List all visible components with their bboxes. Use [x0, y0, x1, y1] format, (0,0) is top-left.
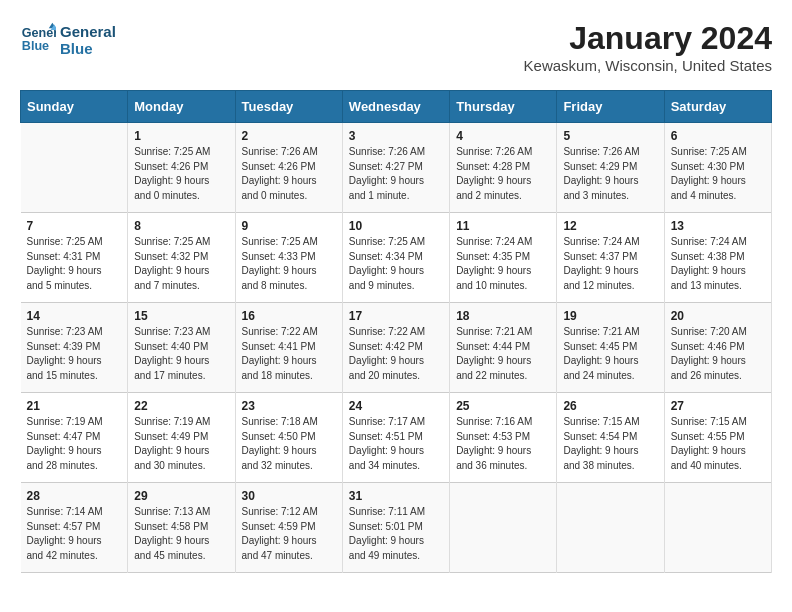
day-info: Sunrise: 7:25 AMSunset: 4:34 PMDaylight:… — [349, 235, 443, 293]
calendar-cell — [450, 483, 557, 573]
day-info: Sunrise: 7:25 AMSunset: 4:32 PMDaylight:… — [134, 235, 228, 293]
calendar-cell: 9Sunrise: 7:25 AMSunset: 4:33 PMDaylight… — [235, 213, 342, 303]
calendar-cell: 29Sunrise: 7:13 AMSunset: 4:58 PMDayligh… — [128, 483, 235, 573]
calendar-cell: 7Sunrise: 7:25 AMSunset: 4:31 PMDaylight… — [21, 213, 128, 303]
day-info: Sunrise: 7:18 AMSunset: 4:50 PMDaylight:… — [242, 415, 336, 473]
calendar-cell: 6Sunrise: 7:25 AMSunset: 4:30 PMDaylight… — [664, 123, 771, 213]
day-number: 17 — [349, 309, 443, 323]
calendar-cell: 1Sunrise: 7:25 AMSunset: 4:26 PMDaylight… — [128, 123, 235, 213]
day-number: 7 — [27, 219, 122, 233]
logo: General Blue General Blue — [20, 20, 116, 57]
day-number: 24 — [349, 399, 443, 413]
calendar-cell: 8Sunrise: 7:25 AMSunset: 4:32 PMDaylight… — [128, 213, 235, 303]
calendar-cell: 13Sunrise: 7:24 AMSunset: 4:38 PMDayligh… — [664, 213, 771, 303]
day-info: Sunrise: 7:15 AMSunset: 4:54 PMDaylight:… — [563, 415, 657, 473]
day-number: 6 — [671, 129, 765, 143]
calendar-cell: 22Sunrise: 7:19 AMSunset: 4:49 PMDayligh… — [128, 393, 235, 483]
day-info: Sunrise: 7:14 AMSunset: 4:57 PMDaylight:… — [27, 505, 122, 563]
svg-text:Blue: Blue — [22, 38, 49, 52]
logo-text-general: General — [60, 24, 116, 41]
calendar-week-3: 14Sunrise: 7:23 AMSunset: 4:39 PMDayligh… — [21, 303, 772, 393]
calendar-cell: 18Sunrise: 7:21 AMSunset: 4:44 PMDayligh… — [450, 303, 557, 393]
calendar-week-4: 21Sunrise: 7:19 AMSunset: 4:47 PMDayligh… — [21, 393, 772, 483]
day-number: 2 — [242, 129, 336, 143]
day-info: Sunrise: 7:20 AMSunset: 4:46 PMDaylight:… — [671, 325, 765, 383]
calendar-cell: 30Sunrise: 7:12 AMSunset: 4:59 PMDayligh… — [235, 483, 342, 573]
day-info: Sunrise: 7:19 AMSunset: 4:49 PMDaylight:… — [134, 415, 228, 473]
day-info: Sunrise: 7:19 AMSunset: 4:47 PMDaylight:… — [27, 415, 122, 473]
day-number: 5 — [563, 129, 657, 143]
day-number: 22 — [134, 399, 228, 413]
day-number: 31 — [349, 489, 443, 503]
title-block: January 2024 Kewaskum, Wisconsin, United… — [524, 20, 772, 74]
day-info: Sunrise: 7:12 AMSunset: 4:59 PMDaylight:… — [242, 505, 336, 563]
day-info: Sunrise: 7:26 AMSunset: 4:29 PMDaylight:… — [563, 145, 657, 203]
day-info: Sunrise: 7:25 AMSunset: 4:30 PMDaylight:… — [671, 145, 765, 203]
day-number: 25 — [456, 399, 550, 413]
day-number: 29 — [134, 489, 228, 503]
day-number: 30 — [242, 489, 336, 503]
day-number: 10 — [349, 219, 443, 233]
calendar-cell: 28Sunrise: 7:14 AMSunset: 4:57 PMDayligh… — [21, 483, 128, 573]
day-info: Sunrise: 7:15 AMSunset: 4:55 PMDaylight:… — [671, 415, 765, 473]
day-number: 4 — [456, 129, 550, 143]
calendar-cell — [557, 483, 664, 573]
header-tuesday: Tuesday — [235, 91, 342, 123]
day-info: Sunrise: 7:25 AMSunset: 4:33 PMDaylight:… — [242, 235, 336, 293]
day-number: 23 — [242, 399, 336, 413]
calendar-cell: 20Sunrise: 7:20 AMSunset: 4:46 PMDayligh… — [664, 303, 771, 393]
calendar-cell: 19Sunrise: 7:21 AMSunset: 4:45 PMDayligh… — [557, 303, 664, 393]
calendar-week-2: 7Sunrise: 7:25 AMSunset: 4:31 PMDaylight… — [21, 213, 772, 303]
day-number: 26 — [563, 399, 657, 413]
calendar-cell: 10Sunrise: 7:25 AMSunset: 4:34 PMDayligh… — [342, 213, 449, 303]
day-number: 21 — [27, 399, 122, 413]
day-info: Sunrise: 7:26 AMSunset: 4:28 PMDaylight:… — [456, 145, 550, 203]
day-number: 18 — [456, 309, 550, 323]
calendar-cell — [21, 123, 128, 213]
calendar-cell — [664, 483, 771, 573]
calendar-cell: 26Sunrise: 7:15 AMSunset: 4:54 PMDayligh… — [557, 393, 664, 483]
day-info: Sunrise: 7:16 AMSunset: 4:53 PMDaylight:… — [456, 415, 550, 473]
day-info: Sunrise: 7:26 AMSunset: 4:26 PMDaylight:… — [242, 145, 336, 203]
calendar-cell: 11Sunrise: 7:24 AMSunset: 4:35 PMDayligh… — [450, 213, 557, 303]
day-number: 28 — [27, 489, 122, 503]
main-title: January 2024 — [524, 20, 772, 57]
day-number: 13 — [671, 219, 765, 233]
logo-icon: General Blue — [20, 21, 56, 57]
calendar-cell: 27Sunrise: 7:15 AMSunset: 4:55 PMDayligh… — [664, 393, 771, 483]
calendar-cell: 12Sunrise: 7:24 AMSunset: 4:37 PMDayligh… — [557, 213, 664, 303]
day-info: Sunrise: 7:25 AMSunset: 4:31 PMDaylight:… — [27, 235, 122, 293]
day-info: Sunrise: 7:26 AMSunset: 4:27 PMDaylight:… — [349, 145, 443, 203]
day-info: Sunrise: 7:21 AMSunset: 4:45 PMDaylight:… — [563, 325, 657, 383]
day-info: Sunrise: 7:25 AMSunset: 4:26 PMDaylight:… — [134, 145, 228, 203]
calendar-table: SundayMondayTuesdayWednesdayThursdayFrid… — [20, 90, 772, 573]
day-info: Sunrise: 7:22 AMSunset: 4:42 PMDaylight:… — [349, 325, 443, 383]
day-info: Sunrise: 7:22 AMSunset: 4:41 PMDaylight:… — [242, 325, 336, 383]
calendar-cell: 24Sunrise: 7:17 AMSunset: 4:51 PMDayligh… — [342, 393, 449, 483]
calendar-week-5: 28Sunrise: 7:14 AMSunset: 4:57 PMDayligh… — [21, 483, 772, 573]
calendar-cell: 14Sunrise: 7:23 AMSunset: 4:39 PMDayligh… — [21, 303, 128, 393]
calendar-cell: 25Sunrise: 7:16 AMSunset: 4:53 PMDayligh… — [450, 393, 557, 483]
calendar-week-1: 1Sunrise: 7:25 AMSunset: 4:26 PMDaylight… — [21, 123, 772, 213]
day-info: Sunrise: 7:24 AMSunset: 4:35 PMDaylight:… — [456, 235, 550, 293]
header-friday: Friday — [557, 91, 664, 123]
day-info: Sunrise: 7:23 AMSunset: 4:40 PMDaylight:… — [134, 325, 228, 383]
calendar-cell: 15Sunrise: 7:23 AMSunset: 4:40 PMDayligh… — [128, 303, 235, 393]
day-number: 8 — [134, 219, 228, 233]
day-info: Sunrise: 7:17 AMSunset: 4:51 PMDaylight:… — [349, 415, 443, 473]
header-saturday: Saturday — [664, 91, 771, 123]
header-thursday: Thursday — [450, 91, 557, 123]
day-number: 11 — [456, 219, 550, 233]
day-info: Sunrise: 7:13 AMSunset: 4:58 PMDaylight:… — [134, 505, 228, 563]
calendar-cell: 16Sunrise: 7:22 AMSunset: 4:41 PMDayligh… — [235, 303, 342, 393]
day-number: 27 — [671, 399, 765, 413]
calendar-cell: 5Sunrise: 7:26 AMSunset: 4:29 PMDaylight… — [557, 123, 664, 213]
day-number: 16 — [242, 309, 336, 323]
day-number: 15 — [134, 309, 228, 323]
calendar-cell: 31Sunrise: 7:11 AMSunset: 5:01 PMDayligh… — [342, 483, 449, 573]
day-number: 12 — [563, 219, 657, 233]
day-number: 14 — [27, 309, 122, 323]
day-info: Sunrise: 7:21 AMSunset: 4:44 PMDaylight:… — [456, 325, 550, 383]
subtitle: Kewaskum, Wisconsin, United States — [524, 57, 772, 74]
calendar-cell: 2Sunrise: 7:26 AMSunset: 4:26 PMDaylight… — [235, 123, 342, 213]
